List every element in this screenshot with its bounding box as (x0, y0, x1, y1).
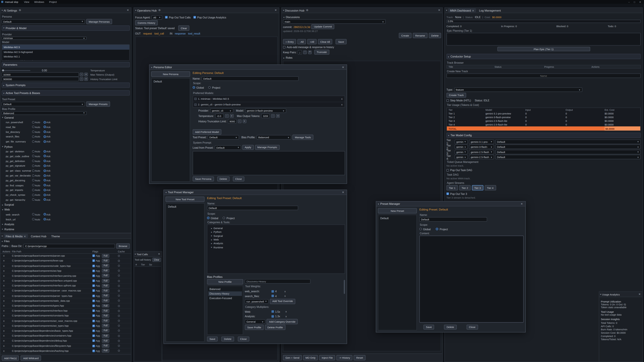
scrollbar-thumb[interactable] (344, 280, 345, 294)
scope-global-radio[interactable] (207, 217, 210, 219)
auto-radio[interactable] (32, 198, 34, 201)
pe-temperature-input[interactable] (215, 114, 224, 118)
close-panel-icon[interactable]: ✕ (437, 8, 441, 12)
category-tree-item[interactable]: ▸ Python (209, 230, 343, 234)
auto-radio[interactable] (32, 218, 34, 221)
tier-provider-select[interactable]: gemini▼ (455, 155, 468, 159)
tool-override-select[interactable]: run_powershell▼ (245, 299, 269, 304)
collapse-chevron-icon[interactable]: ▾ (600, 293, 601, 296)
decrement-button[interactable]: - (303, 50, 307, 54)
decrement-button[interactable]: - (80, 73, 83, 76)
tier-preset-select[interactable]: Default▼ (495, 150, 641, 154)
close-panel-icon[interactable]: ✕ (126, 8, 130, 12)
agg-checkbox[interactable]: ✓ (92, 340, 95, 342)
agg-checkbox[interactable]: ✓ (92, 345, 95, 347)
file-row[interactable]: x C:/projects/gencpp/base/components/con… (0, 314, 131, 319)
close-tab-icon[interactable]: ✕ (472, 9, 474, 12)
remove-file-button[interactable]: x (2, 265, 5, 267)
file-row[interactable]: x C:/projects/gencpp/base/components/typ… (0, 304, 131, 309)
tool-preset-select[interactable]: Default▼ (2, 102, 85, 106)
tier-model-select[interactable]: gemini-2.5-flash▼ (469, 155, 494, 159)
collapse-chevron-icon[interactable]: ▾ (135, 9, 136, 11)
apply-button[interactable]: Apply (242, 145, 254, 150)
preferred-model-row[interactable]: 1. minimax - MiniMax-M2.5 x (193, 96, 345, 102)
scope-project-radio[interactable] (223, 217, 226, 219)
chevron-right-icon[interactable]: ▸ (211, 234, 212, 237)
ask-radio[interactable] (44, 218, 46, 221)
increment-button[interactable]: + (84, 77, 88, 81)
agg-checkbox[interactable]: ✓ (92, 315, 95, 317)
decrement-button[interactable]: - (271, 114, 275, 118)
remove-multiplier-button[interactable]: x (284, 315, 288, 318)
full-toggle-button[interactable]: Full (102, 254, 109, 258)
full-toggle-button[interactable]: Full (102, 284, 109, 288)
preset-manager-titlebar[interactable]: ▾ Preset Manager ✕ (376, 201, 525, 206)
full-toggle-button[interactable]: Full (102, 259, 109, 263)
load-preset-select[interactable]: Default▼ (215, 145, 241, 150)
collapse-chevron-icon[interactable]: ▾ (283, 9, 284, 11)
browse-button[interactable]: Browse (116, 243, 130, 249)
add-tab-icon[interactable]: ⊕ (158, 8, 161, 12)
tier-model-select[interactable]: gemini-2.5-flash▼ (469, 150, 494, 154)
remove-file-button[interactable]: x (2, 260, 5, 262)
new-tool-preset-button[interactable]: New Tool Preset (166, 197, 204, 202)
tab-ai-settings[interactable]: AI Settings (4, 9, 17, 12)
collapse-chevron-icon[interactable]: ▾ (2, 235, 3, 237)
file-row[interactable]: x C:/projects/gencpp/base/components/sta… (0, 299, 131, 304)
tool-preset-list-item[interactable]: Default (167, 204, 203, 209)
comms-history-button[interactable]: Comms History (135, 20, 158, 25)
cache-indicator-icon[interactable] (118, 315, 120, 317)
close-panel-icon[interactable]: ✕ (274, 8, 278, 12)
paths-label[interactable]: Paths (2, 245, 8, 247)
pop-out-usage-checkbox[interactable]: ✓ (194, 16, 196, 18)
chevron-right-icon[interactable]: ▸ (211, 246, 212, 248)
persona-editor-titlebar[interactable]: ▾ Persona Editor ✕ (150, 65, 347, 70)
max-tokens-input[interactable] (2, 72, 79, 77)
remove-multiplier-button[interactable]: x (284, 310, 288, 313)
files-section-header[interactable]: ▾ Files (2, 240, 130, 243)
manage-personas-button[interactable]: Manage Personas (86, 19, 112, 24)
auto-radio[interactable] (32, 194, 34, 196)
ask-radio[interactable] (44, 135, 46, 138)
cache-indicator-icon[interactable] (118, 350, 120, 352)
parameters-section-header[interactable]: Parameters (2, 62, 130, 67)
file-row[interactable]: x C:/projects/gencpp/base/components/int… (0, 283, 131, 289)
full-toggle-button[interactable]: Full (102, 339, 109, 343)
minus-all-button[interactable]: -All (297, 39, 306, 44)
column-flags[interactable]: Flags (92, 250, 116, 253)
file-row[interactable]: x C:/projects/gencpp/base/components/lex… (0, 258, 131, 264)
full-toggle-button[interactable]: Full (102, 294, 109, 298)
pe-provider-select[interactable]: gemini_cli▼ (210, 108, 233, 113)
persona-list-item[interactable]: Default (152, 79, 189, 84)
ask-radio[interactable] (44, 165, 46, 167)
discussion-action-button[interactable]: Inject File (319, 355, 335, 360)
discussion-action-button[interactable]: -> History (336, 355, 352, 360)
agg-checkbox[interactable]: ✓ (92, 280, 95, 282)
remove-file-button[interactable]: x (2, 310, 5, 312)
tab-usage-analytics[interactable]: Usage Analytics (602, 293, 620, 296)
tab-discussion-hub[interactable]: Discussion Hub (285, 9, 304, 12)
close-dialog-icon[interactable]: ✕ (341, 65, 345, 69)
tool-calls-column[interactable]: So (149, 264, 152, 266)
close-button[interactable]: ✕ (639, 1, 641, 3)
ask-radio[interactable] (44, 150, 46, 152)
pe-history-input[interactable] (228, 119, 236, 123)
full-toggle-button[interactable]: Full (102, 314, 109, 318)
agg-checkbox[interactable]: ✓ (92, 310, 95, 312)
new-persona-button[interactable]: New Persona (151, 71, 190, 77)
preferred-model-row[interactable]: 2. gemini_cli - gemini-3-flash-preview x (193, 102, 345, 107)
ask-radio[interactable] (44, 213, 46, 216)
agg-checkbox[interactable]: ✓ (92, 295, 95, 297)
preset-name-input[interactable] (419, 217, 487, 222)
minimize-button[interactable]: – (628, 1, 630, 3)
full-toggle-button[interactable]: Full (102, 304, 109, 308)
remove-model-button[interactable]: x (340, 103, 343, 106)
increment-button[interactable]: + (242, 119, 246, 123)
collapse-chevron-icon[interactable]: ▾ (135, 253, 136, 255)
file-row[interactable]: x C:/projects/gencpp/base/dependencies/f… (0, 344, 131, 349)
increment-button[interactable]: + (308, 50, 312, 54)
chevron-right-icon[interactable]: ▸ (211, 242, 212, 245)
legend-tool-call[interactable]: tool_call (154, 32, 164, 35)
add-tab-icon[interactable]: ⊕ (306, 8, 308, 12)
cache-indicator-icon[interactable] (118, 300, 120, 302)
